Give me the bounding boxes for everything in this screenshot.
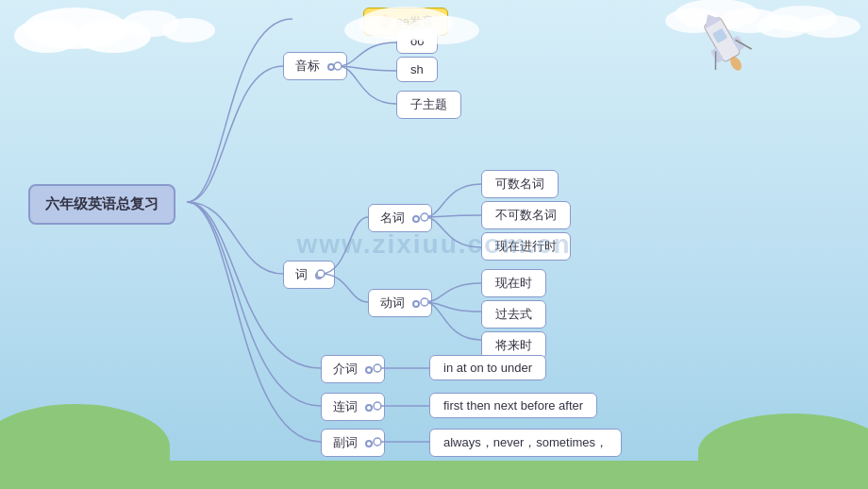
svg-point-24 [421,213,428,221]
mindmap-lines [0,0,868,489]
svg-point-26 [374,364,381,372]
svg-point-25 [421,298,428,306]
svg-point-22 [334,62,342,70]
svg-point-23 [317,270,325,278]
svg-point-28 [374,438,381,446]
svg-point-27 [374,402,381,410]
